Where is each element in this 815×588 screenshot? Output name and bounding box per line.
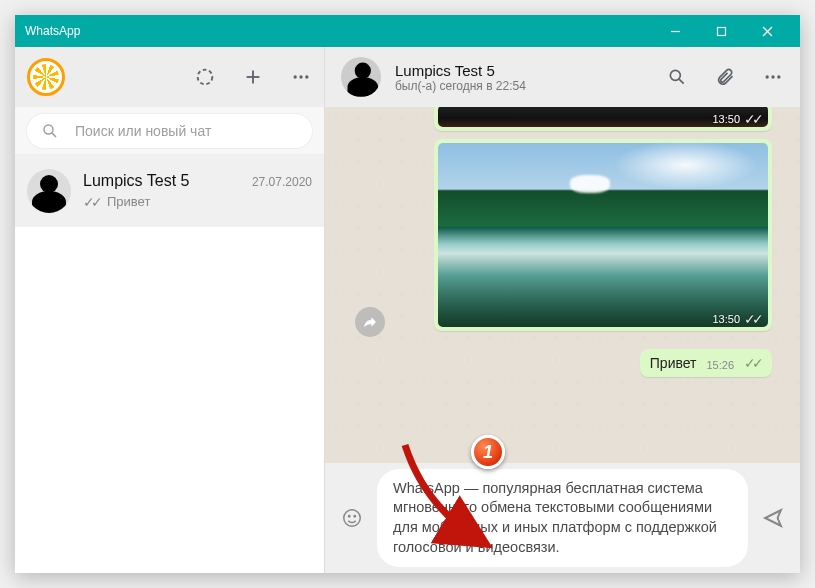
menu-icon[interactable]	[290, 66, 312, 88]
chat-list-item[interactable]: Lumpics Test 5 27.07.2020 ✓✓ Привет	[15, 155, 324, 227]
titlebar: WhatsApp	[15, 15, 800, 47]
my-avatar[interactable]	[27, 58, 65, 96]
sidebar: Lumpics Test 5 27.07.2020 ✓✓ Привет	[15, 47, 325, 573]
svg-point-16	[777, 75, 780, 78]
chat-meta: Lumpics Test 5 27.07.2020 ✓✓ Привет	[83, 172, 312, 210]
messages-list: 13:50 ✓✓ 13:50 ✓✓ Привет 15:26	[325, 107, 800, 463]
svg-point-4	[198, 70, 213, 85]
image-message[interactable]: 13:50 ✓✓	[434, 107, 772, 131]
svg-point-10	[44, 125, 53, 134]
app-body: Lumpics Test 5 27.07.2020 ✓✓ Привет Lump…	[15, 47, 800, 573]
annotation-number: 1	[483, 442, 493, 463]
svg-rect-1	[717, 27, 725, 35]
sidebar-actions	[194, 66, 312, 88]
svg-point-7	[294, 75, 297, 78]
message-meta: 13:50 ✓✓	[712, 111, 764, 127]
conversation-pane: Lumpics Test 5 был(-а) сегодня в 22:54	[325, 47, 800, 573]
contact-avatar[interactable]	[341, 57, 381, 97]
image-message[interactable]: 13:50 ✓✓	[434, 139, 772, 331]
send-button[interactable]	[762, 507, 784, 529]
sidebar-search	[15, 107, 324, 155]
contact-info[interactable]: Lumpics Test 5 был(-а) сегодня в 22:54	[395, 62, 652, 93]
messages-area[interactable]: 13:50 ✓✓ 13:50 ✓✓ Привет 15:26	[325, 107, 800, 463]
conversation-header: Lumpics Test 5 был(-а) сегодня в 22:54	[325, 47, 800, 107]
read-check-icon: ✓✓	[744, 355, 760, 371]
image-thumb	[438, 143, 768, 327]
sidebar-header	[15, 47, 324, 107]
svg-point-15	[771, 75, 774, 78]
status-icon[interactable]	[194, 66, 216, 88]
new-chat-icon[interactable]	[242, 66, 264, 88]
annotation-badge: 1	[471, 435, 505, 469]
close-button[interactable]	[744, 15, 790, 47]
search-in-chat-icon[interactable]	[666, 66, 688, 88]
message-time: 13:50	[712, 113, 740, 125]
search-icon	[39, 120, 61, 142]
svg-point-18	[349, 515, 350, 516]
read-check-icon: ✓✓	[744, 311, 760, 327]
message-time: 15:26	[706, 359, 734, 371]
message-meta: 13:50 ✓✓	[712, 311, 764, 327]
emoji-icon[interactable]	[341, 507, 363, 529]
minimize-button[interactable]	[652, 15, 698, 47]
read-check-icon: ✓✓	[83, 194, 99, 210]
svg-point-17	[344, 510, 361, 527]
search-input[interactable]	[75, 123, 300, 139]
svg-line-13	[679, 79, 684, 84]
attach-icon[interactable]	[714, 66, 736, 88]
contact-name: Lumpics Test 5	[395, 62, 652, 79]
svg-point-14	[766, 75, 769, 78]
chat-menu-icon[interactable]	[762, 66, 784, 88]
svg-point-12	[670, 70, 680, 80]
chat-name: Lumpics Test 5	[83, 172, 189, 190]
svg-point-19	[354, 515, 355, 516]
chat-preview: Привет	[107, 194, 150, 209]
svg-line-11	[52, 132, 56, 136]
window-controls	[652, 15, 790, 47]
message-time: 13:50	[712, 313, 740, 325]
window-title: WhatsApp	[25, 24, 80, 38]
app-window: WhatsApp	[15, 15, 800, 573]
text-message[interactable]: Привет 15:26 ✓✓	[640, 349, 772, 377]
contact-status: был(-а) сегодня в 22:54	[395, 79, 652, 93]
read-check-icon: ✓✓	[744, 111, 760, 127]
chat-avatar	[27, 169, 71, 213]
chat-date: 27.07.2020	[252, 175, 312, 189]
svg-point-8	[299, 75, 302, 78]
conversation-actions	[666, 66, 784, 88]
maximize-button[interactable]	[698, 15, 744, 47]
search-box[interactable]	[27, 114, 312, 148]
svg-point-9	[305, 75, 308, 78]
message-text: Привет	[650, 355, 697, 371]
